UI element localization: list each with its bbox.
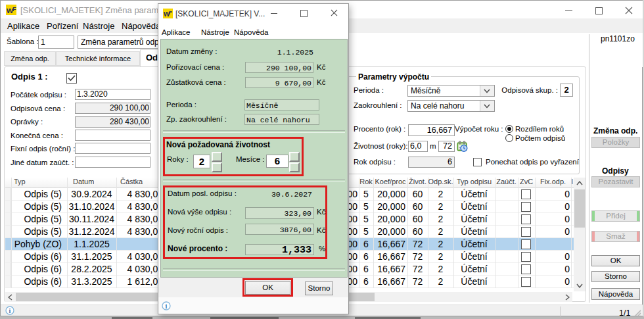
svg-text:i: i bbox=[166, 303, 168, 310]
svg-text:i: i bbox=[9, 307, 11, 314]
svg-text:F: F bbox=[169, 10, 172, 16]
svg-text:F: F bbox=[12, 6, 16, 12]
